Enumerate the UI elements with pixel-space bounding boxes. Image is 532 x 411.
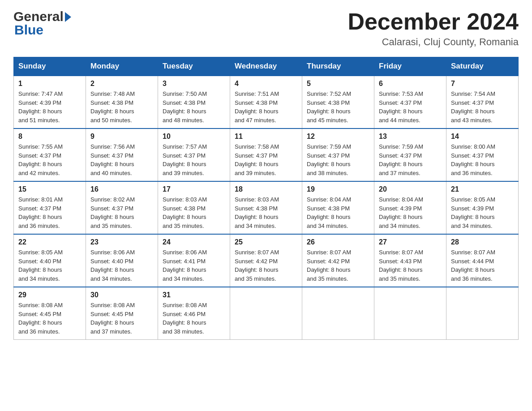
table-row: 4 Sunrise: 7:51 AM Sunset: 4:38 PM Dayli… — [230, 76, 302, 128]
table-row: 11 Sunrise: 7:58 AM Sunset: 4:37 PM Dayl… — [230, 128, 302, 181]
day-number: 31 — [163, 291, 225, 299]
table-row: 30 Sunrise: 8:08 AM Sunset: 4:45 PM Dayl… — [86, 287, 158, 340]
table-row: 7 Sunrise: 7:54 AM Sunset: 4:37 PM Dayli… — [446, 76, 519, 128]
col-monday: Monday — [86, 57, 158, 76]
day-info: Sunrise: 7:59 AM Sunset: 4:37 PM Dayligh… — [379, 143, 423, 176]
day-number: 6 — [379, 80, 442, 88]
table-row: 23 Sunrise: 8:06 AM Sunset: 4:40 PM Dayl… — [86, 234, 158, 287]
table-row: 29 Sunrise: 8:08 AM Sunset: 4:45 PM Dayl… — [14, 287, 86, 340]
table-row: 12 Sunrise: 7:59 AM Sunset: 4:37 PM Dayl… — [302, 128, 374, 181]
day-info: Sunrise: 8:06 AM Sunset: 4:41 PM Dayligh… — [163, 249, 207, 282]
col-saturday: Saturday — [446, 57, 519, 76]
table-row: 21 Sunrise: 8:05 AM Sunset: 4:39 PM Dayl… — [446, 181, 519, 234]
day-number: 28 — [451, 238, 514, 246]
day-number: 22 — [18, 238, 81, 246]
col-thursday: Thursday — [302, 57, 374, 76]
day-number: 21 — [451, 185, 514, 193]
table-row — [446, 287, 519, 340]
day-info: Sunrise: 8:04 AM Sunset: 4:39 PM Dayligh… — [379, 196, 423, 229]
table-row: 9 Sunrise: 7:56 AM Sunset: 4:37 PM Dayli… — [86, 128, 158, 181]
table-row: 16 Sunrise: 8:02 AM Sunset: 4:37 PM Dayl… — [86, 181, 158, 234]
day-info: Sunrise: 7:54 AM Sunset: 4:37 PM Dayligh… — [451, 90, 495, 124]
day-info: Sunrise: 8:05 AM Sunset: 4:39 PM Dayligh… — [451, 196, 495, 229]
table-row: 27 Sunrise: 8:07 AM Sunset: 4:43 PM Dayl… — [374, 234, 446, 287]
day-info: Sunrise: 7:48 AM Sunset: 4:38 PM Dayligh… — [90, 90, 135, 124]
table-row: 8 Sunrise: 7:55 AM Sunset: 4:37 PM Dayli… — [14, 128, 86, 181]
day-info: Sunrise: 8:06 AM Sunset: 4:40 PM Dayligh… — [90, 249, 135, 282]
day-number: 1 — [18, 80, 81, 88]
day-info: Sunrise: 7:50 AM Sunset: 4:38 PM Dayligh… — [163, 90, 207, 124]
week-row-5: 29 Sunrise: 8:08 AM Sunset: 4:45 PM Dayl… — [14, 287, 519, 340]
title-block: December 2024 Calarasi, Cluj County, Rom… — [348, 9, 519, 48]
day-info: Sunrise: 7:57 AM Sunset: 4:37 PM Dayligh… — [163, 143, 207, 176]
table-row: 14 Sunrise: 8:00 AM Sunset: 4:37 PM Dayl… — [446, 128, 519, 181]
day-info: Sunrise: 8:08 AM Sunset: 4:46 PM Dayligh… — [163, 302, 207, 335]
day-number: 14 — [451, 133, 514, 141]
col-sunday: Sunday — [14, 57, 86, 76]
day-number: 16 — [90, 185, 153, 193]
day-info: Sunrise: 8:04 AM Sunset: 4:38 PM Dayligh… — [307, 196, 351, 229]
day-info: Sunrise: 8:05 AM Sunset: 4:40 PM Dayligh… — [18, 249, 63, 282]
day-info: Sunrise: 8:02 AM Sunset: 4:37 PM Dayligh… — [90, 196, 135, 229]
day-number: 30 — [90, 291, 153, 299]
table-row: 25 Sunrise: 8:07 AM Sunset: 4:42 PM Dayl… — [230, 234, 302, 287]
day-number: 25 — [235, 238, 297, 246]
table-row: 24 Sunrise: 8:06 AM Sunset: 4:41 PM Dayl… — [158, 234, 230, 287]
table-row: 13 Sunrise: 7:59 AM Sunset: 4:37 PM Dayl… — [374, 128, 446, 181]
table-row — [302, 287, 374, 340]
day-info: Sunrise: 8:07 AM Sunset: 4:42 PM Dayligh… — [307, 249, 351, 282]
day-info: Sunrise: 8:08 AM Sunset: 4:45 PM Dayligh… — [90, 302, 135, 335]
day-number: 24 — [163, 238, 225, 246]
day-number: 11 — [235, 133, 297, 141]
month-title: December 2024 — [348, 9, 519, 34]
day-number: 12 — [307, 133, 369, 141]
day-info: Sunrise: 8:07 AM Sunset: 4:43 PM Dayligh… — [379, 249, 423, 282]
table-row: 10 Sunrise: 7:57 AM Sunset: 4:37 PM Dayl… — [158, 128, 230, 181]
table-row — [230, 287, 302, 340]
calendar-table: Sunday Monday Tuesday Wednesday Thursday… — [13, 57, 519, 340]
day-number: 5 — [307, 80, 369, 88]
calendar-header-row: Sunday Monday Tuesday Wednesday Thursday… — [14, 57, 519, 76]
day-info: Sunrise: 8:07 AM Sunset: 4:44 PM Dayligh… — [451, 249, 495, 282]
location-subtitle: Calarasi, Cluj County, Romania — [348, 36, 519, 48]
table-row: 6 Sunrise: 7:53 AM Sunset: 4:37 PM Dayli… — [374, 76, 446, 128]
logo: General Blue — [13, 9, 71, 38]
day-number: 15 — [18, 185, 81, 193]
table-row: 18 Sunrise: 8:03 AM Sunset: 4:38 PM Dayl… — [230, 181, 302, 234]
logo-blue-text: Blue — [14, 22, 71, 38]
table-row: 3 Sunrise: 7:50 AM Sunset: 4:38 PM Dayli… — [158, 76, 230, 128]
logo-chevron-icon — [65, 12, 71, 22]
day-number: 13 — [379, 133, 442, 141]
table-row: 19 Sunrise: 8:04 AM Sunset: 4:38 PM Dayl… — [302, 181, 374, 234]
day-info: Sunrise: 8:07 AM Sunset: 4:42 PM Dayligh… — [235, 249, 279, 282]
day-info: Sunrise: 7:55 AM Sunset: 4:37 PM Dayligh… — [18, 143, 63, 176]
day-number: 26 — [307, 238, 369, 246]
logo-general-text: General — [13, 9, 64, 24]
day-number: 17 — [163, 185, 225, 193]
day-info: Sunrise: 8:00 AM Sunset: 4:37 PM Dayligh… — [451, 143, 495, 176]
table-row: 20 Sunrise: 8:04 AM Sunset: 4:39 PM Dayl… — [374, 181, 446, 234]
day-number: 4 — [235, 80, 297, 88]
table-row: 28 Sunrise: 8:07 AM Sunset: 4:44 PM Dayl… — [446, 234, 519, 287]
day-info: Sunrise: 8:08 AM Sunset: 4:45 PM Dayligh… — [18, 302, 63, 335]
day-number: 7 — [451, 80, 514, 88]
table-row: 1 Sunrise: 7:47 AM Sunset: 4:39 PM Dayli… — [14, 76, 86, 128]
day-number: 9 — [90, 133, 153, 141]
table-row: 5 Sunrise: 7:52 AM Sunset: 4:38 PM Dayli… — [302, 76, 374, 128]
day-number: 3 — [163, 80, 225, 88]
day-number: 27 — [379, 238, 442, 246]
day-info: Sunrise: 7:58 AM Sunset: 4:37 PM Dayligh… — [235, 143, 279, 176]
day-number: 10 — [163, 133, 225, 141]
page-header: General Blue December 2024 Calarasi, Clu… — [13, 9, 519, 48]
day-number: 23 — [90, 238, 153, 246]
day-number: 18 — [235, 185, 297, 193]
day-info: Sunrise: 7:47 AM Sunset: 4:39 PM Dayligh… — [18, 90, 63, 124]
week-row-2: 8 Sunrise: 7:55 AM Sunset: 4:37 PM Dayli… — [14, 128, 519, 181]
col-friday: Friday — [374, 57, 446, 76]
week-row-1: 1 Sunrise: 7:47 AM Sunset: 4:39 PM Dayli… — [14, 76, 519, 128]
day-info: Sunrise: 7:52 AM Sunset: 4:38 PM Dayligh… — [307, 90, 351, 124]
day-number: 8 — [18, 133, 81, 141]
day-info: Sunrise: 7:51 AM Sunset: 4:38 PM Dayligh… — [235, 90, 279, 124]
table-row — [374, 287, 446, 340]
table-row: 17 Sunrise: 8:03 AM Sunset: 4:38 PM Dayl… — [158, 181, 230, 234]
